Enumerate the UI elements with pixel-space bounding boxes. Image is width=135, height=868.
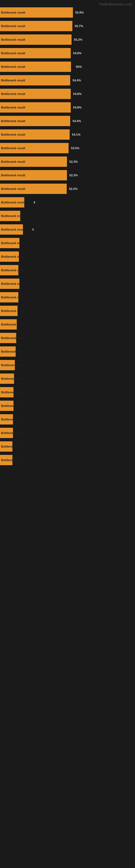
- bar-value: 54.4%: [73, 79, 81, 82]
- bar-label: Bottleneck result: [1, 65, 25, 68]
- bar-label: Bottleneck result: [1, 38, 25, 41]
- list-item: Bottleneck result52.3%: [0, 170, 135, 183]
- list-item: Bottleneck result52.2%: [0, 184, 135, 196]
- header: TheBottlenecker.com: [0, 0, 135, 7]
- list-item: Bottleneck re: [0, 441, 135, 454]
- list-item: Bottleneck result: [0, 373, 135, 386]
- list-item: Bottleneck result4: [0, 224, 135, 237]
- bar-label: Bottleneck result: [1, 214, 25, 218]
- bar-label: Bottleneck result: [1, 174, 25, 177]
- list-item: Bottleneck res: [0, 414, 135, 427]
- list-item: Bottleneck re: [0, 455, 135, 467]
- list-item: Bottleneck result54.8%: [0, 48, 135, 61]
- bar-label: Bottleneck result: [1, 11, 25, 14]
- bar-label: Bottleneck result: [1, 187, 25, 190]
- bar-value: 55%: [76, 65, 82, 68]
- bar-label: Bottleneck res: [1, 404, 21, 407]
- list-item: Bottleneck result55.9%: [0, 7, 135, 20]
- list-item: Bottleneck result54.1%: [0, 129, 135, 142]
- bar-value: 54.8%: [73, 52, 82, 55]
- bar-label: Bottleneck result: [1, 106, 25, 109]
- bar-label: Bottleneck result: [1, 255, 25, 258]
- bar-value: 54.1%: [72, 133, 81, 136]
- list-item: Bottleneck result54.8%: [0, 89, 135, 101]
- bar-value: 55.2%: [74, 38, 82, 41]
- bar-label: Bottleneck result: [1, 309, 25, 312]
- bar-label: Bottleneck result: [1, 133, 25, 136]
- bar-value: 54.4%: [73, 119, 81, 123]
- list-item: Bottleneck result53.5%: [0, 143, 135, 155]
- bar-label: Bottleneck result: [1, 24, 25, 28]
- bar-value: 4: [34, 201, 35, 204]
- list-item: Bottleneck result: [0, 306, 135, 318]
- bar-label: Bottleneck res: [1, 431, 21, 435]
- list-item: Bottleneck result: [0, 360, 135, 372]
- bar-label: Bottleneck result: [1, 282, 25, 285]
- list-item: Bottleneck res: [0, 401, 135, 413]
- list-item: Bottleneck result52.3%: [0, 156, 135, 169]
- list-item: Bottleneck result: [0, 346, 135, 359]
- list-item: Bottleneck result: [0, 333, 135, 345]
- list-item: Bottleneck result54.4%: [0, 75, 135, 88]
- bar-label: Bottleneck result: [1, 119, 25, 123]
- bar-label: Bottleneck result: [1, 79, 25, 82]
- bar-value: 4: [32, 228, 34, 231]
- list-item: Bottleneck result: [0, 211, 135, 223]
- bar-value: 55.9%: [75, 11, 84, 14]
- bar-value: 52.3%: [70, 174, 78, 177]
- bar-label: Bottleneck result: [1, 296, 25, 299]
- bar-label: Bottleneck result: [1, 323, 25, 326]
- list-item: Bottleneck result4: [0, 197, 135, 210]
- bar-label: Bottleneck result: [1, 377, 25, 380]
- bar-label: Bottleneck result: [1, 269, 25, 272]
- list-item: Bottleneck result55%: [0, 62, 135, 74]
- bar-value: 55.7%: [75, 24, 83, 28]
- bar-label: Bottleneck result: [1, 92, 25, 95]
- bar-label: Bottleneck re: [1, 445, 20, 448]
- bar-label: Bottleneck result: [1, 241, 25, 245]
- bar-label: Bottleneck res: [1, 418, 21, 421]
- bar-value: 52.2%: [69, 187, 78, 190]
- bar-label: Bottleneck re: [1, 458, 20, 462]
- bar-label: Bottleneck result: [1, 228, 25, 231]
- bar-value: 54.8%: [73, 92, 82, 95]
- list-item: Bottleneck result54.8%: [0, 102, 135, 115]
- site-title: TheBottlenecker.com: [99, 2, 132, 6]
- bar-label: Bottleneck result: [1, 52, 25, 55]
- bar-label: Bottleneck result: [1, 160, 25, 163]
- bar-value: 52.3%: [70, 160, 78, 163]
- bar-label: Bottleneck result: [1, 364, 25, 367]
- list-item: Bottleneck res: [0, 428, 135, 440]
- list-item: Bottleneck result: [0, 279, 135, 291]
- bar-label: Bottleneck result: [1, 201, 25, 204]
- list-item: Bottleneck result: [0, 292, 135, 305]
- list-item: Bottleneck result55.2%: [0, 34, 135, 47]
- bar-label: Bottleneck res: [1, 391, 21, 394]
- bar-label: Bottleneck result: [1, 147, 25, 150]
- list-item: Bottleneck result: [0, 319, 135, 332]
- bar-value: 53.5%: [71, 147, 79, 150]
- list-item: Bottleneck result: [0, 251, 135, 264]
- bar-chart: Bottleneck result55.9%Bottleneck result5…: [0, 7, 135, 467]
- list-item: Bottleneck res: [0, 387, 135, 400]
- bar-value: 54.8%: [73, 106, 82, 109]
- list-item: Bottleneck result55.7%: [0, 21, 135, 33]
- bar-label: Bottleneck result: [1, 350, 25, 353]
- list-item: Bottleneck result: [0, 265, 135, 278]
- list-item: Bottleneck result54.4%: [0, 116, 135, 128]
- list-item: Bottleneck result: [0, 238, 135, 250]
- bar-label: Bottleneck result: [1, 336, 25, 340]
